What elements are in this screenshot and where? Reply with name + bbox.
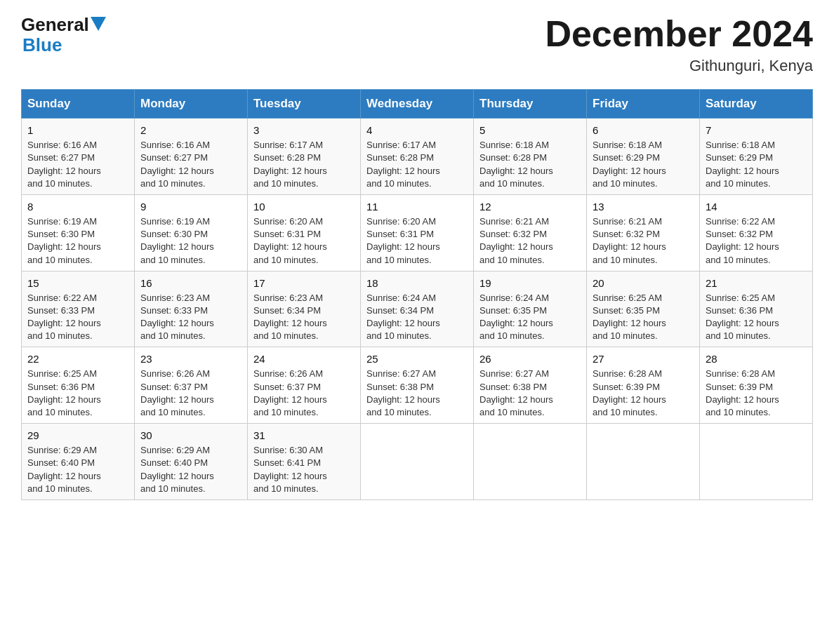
day-info: Sunrise: 6:26 AMSunset: 6:37 PMDaylight:… [253,368,327,417]
table-row: 4 Sunrise: 6:17 AMSunset: 6:28 PMDayligh… [361,119,474,195]
day-number: 5 [479,123,581,137]
day-number: 26 [479,351,581,366]
table-row: 25 Sunrise: 6:27 AMSunset: 6:38 PMDaylig… [361,347,474,424]
day-info: Sunrise: 6:28 AMSunset: 6:39 PMDaylight:… [706,368,779,417]
day-number: 27 [593,351,694,366]
col-friday: Friday [587,90,700,119]
day-number: 20 [593,276,694,290]
day-info: Sunrise: 6:27 AMSunset: 6:38 PMDaylight:… [366,368,440,417]
day-info: Sunrise: 6:16 AMSunset: 6:27 PMDaylight:… [27,140,101,189]
table-row [361,424,474,500]
day-number: 4 [366,123,468,137]
table-row: 18 Sunrise: 6:24 AMSunset: 6:34 PMDaylig… [361,271,474,347]
day-info: Sunrise: 6:18 AMSunset: 6:28 PMDaylight:… [479,140,553,189]
day-info: Sunrise: 6:23 AMSunset: 6:33 PMDaylight:… [140,293,214,342]
day-info: Sunrise: 6:30 AMSunset: 6:41 PMDaylight:… [253,445,327,494]
calendar-week-row: 15 Sunrise: 6:22 AMSunset: 6:33 PMDaylig… [22,271,813,347]
day-number: 1 [27,123,128,137]
day-info: Sunrise: 6:24 AMSunset: 6:34 PMDaylight:… [366,293,440,342]
col-thursday: Thursday [474,90,587,119]
day-number: 29 [27,428,128,443]
day-info: Sunrise: 6:18 AMSunset: 6:29 PMDaylight:… [593,140,666,189]
table-row: 10 Sunrise: 6:20 AMSunset: 6:31 PMDaylig… [248,194,361,271]
col-sunday: Sunday [22,90,135,119]
day-info: Sunrise: 6:20 AMSunset: 6:31 PMDaylight:… [366,216,440,265]
day-info: Sunrise: 6:28 AMSunset: 6:39 PMDaylight:… [593,368,666,417]
table-row: 9 Sunrise: 6:19 AMSunset: 6:30 PMDayligh… [135,194,248,271]
table-row: 3 Sunrise: 6:17 AMSunset: 6:28 PMDayligh… [248,119,361,195]
table-row: 27 Sunrise: 6:28 AMSunset: 6:39 PMDaylig… [587,347,700,424]
day-info: Sunrise: 6:22 AMSunset: 6:32 PMDaylight:… [706,216,779,265]
day-info: Sunrise: 6:25 AMSunset: 6:35 PMDaylight:… [593,293,666,342]
table-row: 19 Sunrise: 6:24 AMSunset: 6:35 PMDaylig… [474,271,587,347]
table-row: 24 Sunrise: 6:26 AMSunset: 6:37 PMDaylig… [248,347,361,424]
calendar-week-row: 1 Sunrise: 6:16 AMSunset: 6:27 PMDayligh… [22,119,813,195]
table-row: 6 Sunrise: 6:18 AMSunset: 6:29 PMDayligh… [587,119,700,195]
day-info: Sunrise: 6:20 AMSunset: 6:31 PMDaylight:… [253,216,327,265]
table-row: 16 Sunrise: 6:23 AMSunset: 6:33 PMDaylig… [135,271,248,347]
day-number: 8 [27,199,128,214]
col-saturday: Saturday [700,90,813,119]
table-row: 23 Sunrise: 6:26 AMSunset: 6:37 PMDaylig… [135,347,248,424]
day-number: 7 [706,123,807,137]
day-info: Sunrise: 6:18 AMSunset: 6:29 PMDaylight:… [706,140,779,189]
page-header: General Blue December 2024 Githunguri, K… [21,14,813,75]
day-number: 14 [706,199,807,214]
calendar-table: Sunday Monday Tuesday Wednesday Thursday… [21,89,813,500]
day-info: Sunrise: 6:17 AMSunset: 6:28 PMDaylight:… [253,140,327,189]
day-number: 16 [140,276,241,290]
day-number: 12 [479,199,581,214]
table-row: 12 Sunrise: 6:21 AMSunset: 6:32 PMDaylig… [474,194,587,271]
day-info: Sunrise: 6:27 AMSunset: 6:38 PMDaylight:… [479,368,553,417]
day-info: Sunrise: 6:19 AMSunset: 6:30 PMDaylight:… [140,216,214,265]
table-row: 21 Sunrise: 6:25 AMSunset: 6:36 PMDaylig… [700,271,813,347]
day-number: 18 [366,276,468,290]
table-row: 1 Sunrise: 6:16 AMSunset: 6:27 PMDayligh… [22,119,135,195]
day-number: 11 [366,199,468,214]
table-row: 29 Sunrise: 6:29 AMSunset: 6:40 PMDaylig… [22,424,135,500]
table-row: 8 Sunrise: 6:19 AMSunset: 6:30 PMDayligh… [22,194,135,271]
table-row [474,424,587,500]
day-number: 28 [706,351,807,366]
day-info: Sunrise: 6:29 AMSunset: 6:40 PMDaylight:… [27,445,101,494]
day-number: 31 [253,428,355,443]
col-monday: Monday [135,90,248,119]
logo: General Blue [21,14,106,54]
day-info: Sunrise: 6:21 AMSunset: 6:32 PMDaylight:… [593,216,666,265]
day-info: Sunrise: 6:29 AMSunset: 6:40 PMDaylight:… [140,445,214,494]
title-section: December 2024 Githunguri, Kenya [545,14,813,75]
day-info: Sunrise: 6:25 AMSunset: 6:36 PMDaylight:… [706,293,779,342]
day-number: 6 [593,123,694,137]
logo-blue-text: Blue [21,36,106,54]
table-row: 17 Sunrise: 6:23 AMSunset: 6:34 PMDaylig… [248,271,361,347]
table-row [587,424,700,500]
table-row: 7 Sunrise: 6:18 AMSunset: 6:29 PMDayligh… [700,119,813,195]
table-row: 26 Sunrise: 6:27 AMSunset: 6:38 PMDaylig… [474,347,587,424]
day-info: Sunrise: 6:22 AMSunset: 6:33 PMDaylight:… [27,293,101,342]
logo-triangle-icon [91,17,106,31]
table-row [700,424,813,500]
table-row: 20 Sunrise: 6:25 AMSunset: 6:35 PMDaylig… [587,271,700,347]
day-number: 15 [27,276,128,290]
day-info: Sunrise: 6:17 AMSunset: 6:28 PMDaylight:… [366,140,440,189]
day-number: 24 [253,351,355,366]
calendar-header-row: Sunday Monday Tuesday Wednesday Thursday… [22,90,813,119]
day-number: 21 [706,276,807,290]
day-info: Sunrise: 6:21 AMSunset: 6:32 PMDaylight:… [479,216,553,265]
svg-marker-0 [91,17,106,31]
table-row: 30 Sunrise: 6:29 AMSunset: 6:40 PMDaylig… [135,424,248,500]
day-info: Sunrise: 6:24 AMSunset: 6:35 PMDaylight:… [479,293,553,342]
table-row: 14 Sunrise: 6:22 AMSunset: 6:32 PMDaylig… [700,194,813,271]
col-wednesday: Wednesday [361,90,474,119]
table-row: 5 Sunrise: 6:18 AMSunset: 6:28 PMDayligh… [474,119,587,195]
col-tuesday: Tuesday [248,90,361,119]
day-number: 30 [140,428,241,443]
table-row: 11 Sunrise: 6:20 AMSunset: 6:31 PMDaylig… [361,194,474,271]
day-number: 3 [253,123,355,137]
day-number: 19 [479,276,581,290]
calendar-week-row: 8 Sunrise: 6:19 AMSunset: 6:30 PMDayligh… [22,194,813,271]
table-row: 28 Sunrise: 6:28 AMSunset: 6:39 PMDaylig… [700,347,813,424]
day-number: 9 [140,199,241,214]
day-info: Sunrise: 6:26 AMSunset: 6:37 PMDaylight:… [140,368,214,417]
calendar-week-row: 22 Sunrise: 6:25 AMSunset: 6:36 PMDaylig… [22,347,813,424]
